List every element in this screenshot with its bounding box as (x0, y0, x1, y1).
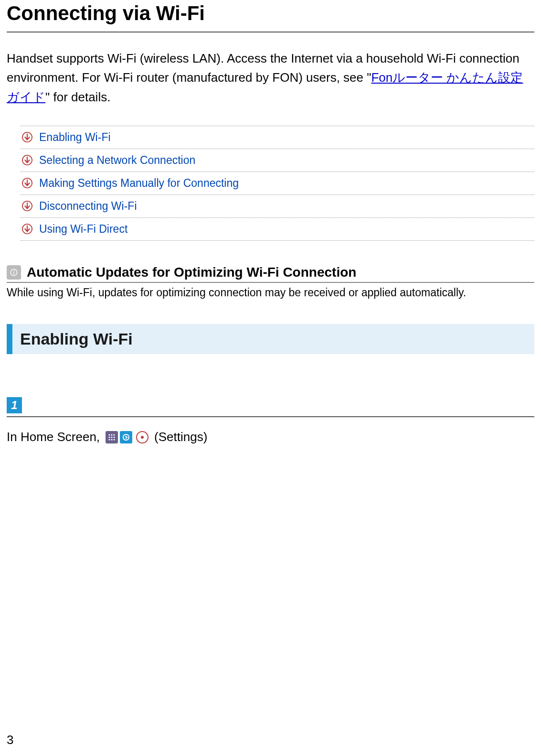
toc-item-disconnecting[interactable]: Disconnecting Wi-Fi (20, 195, 534, 218)
step-text-post: (Settings) (154, 430, 207, 444)
svg-point-9 (111, 434, 112, 435)
toc-link[interactable]: Enabling Wi-Fi (39, 131, 111, 144)
toc-link[interactable]: Selecting a Network Connection (39, 154, 195, 167)
svg-point-14 (108, 439, 110, 440)
svg-point-13 (113, 436, 115, 438)
svg-point-10 (113, 434, 115, 435)
step-text-pre: In Home Screen, (7, 430, 100, 444)
note-body: While using Wi-Fi, updates for optimizin… (7, 285, 534, 300)
section-heading-enabling-wifi: Enabling Wi-Fi (7, 324, 534, 354)
app-drawer-icon (106, 431, 118, 443)
note-block: Automatic Updates for Optimizing Wi-Fi C… (7, 265, 534, 300)
svg-point-16 (113, 439, 115, 440)
table-of-contents: Enabling Wi-Fi Selecting a Network Conne… (20, 126, 534, 241)
toc-item-wifi-direct[interactable]: Using Wi-Fi Direct (20, 218, 534, 241)
down-arrow-icon (22, 132, 32, 142)
toc-link[interactable]: Making Settings Manually for Connecting (39, 177, 239, 190)
note-divider (7, 282, 534, 283)
svg-rect-7 (13, 272, 14, 274)
toc-item-enabling-wifi[interactable]: Enabling Wi-Fi (20, 126, 534, 149)
svg-point-6 (13, 270, 14, 271)
down-arrow-icon (22, 201, 32, 211)
svg-point-8 (108, 434, 110, 435)
toc-item-selecting-network[interactable]: Selecting a Network Connection (20, 149, 534, 172)
down-arrow-icon (22, 224, 32, 234)
toc-link[interactable]: Disconnecting Wi-Fi (39, 200, 137, 213)
toc-item-manual-settings[interactable]: Making Settings Manually for Connecting (20, 172, 534, 195)
down-arrow-icon (22, 155, 32, 165)
step-instruction: In Home Screen, (Settings) (7, 430, 534, 444)
toc-link[interactable]: Using Wi-Fi Direct (39, 223, 127, 236)
intro-paragraph: Handset supports Wi-Fi (wireless LAN). A… (7, 49, 534, 107)
down-arrow-icon (22, 178, 32, 188)
step-divider (7, 416, 534, 417)
settings-gear-icon (136, 431, 149, 443)
svg-point-12 (111, 436, 112, 438)
step-block-1: 1 In Home Screen, (Settings) (7, 397, 534, 444)
info-icon (7, 265, 21, 280)
inline-icon-sequence (106, 431, 149, 443)
next-arrow-icon (120, 431, 132, 443)
svg-point-17 (123, 434, 129, 440)
intro-text-post: " for details. (45, 90, 110, 104)
step-number-badge: 1 (7, 397, 22, 413)
page-title: Connecting via Wi-Fi (7, 0, 534, 25)
page-number: 3 (7, 733, 13, 747)
title-divider (7, 32, 534, 32)
svg-point-11 (108, 436, 110, 438)
svg-point-15 (111, 439, 112, 440)
note-title: Automatic Updates for Optimizing Wi-Fi C… (27, 265, 356, 280)
